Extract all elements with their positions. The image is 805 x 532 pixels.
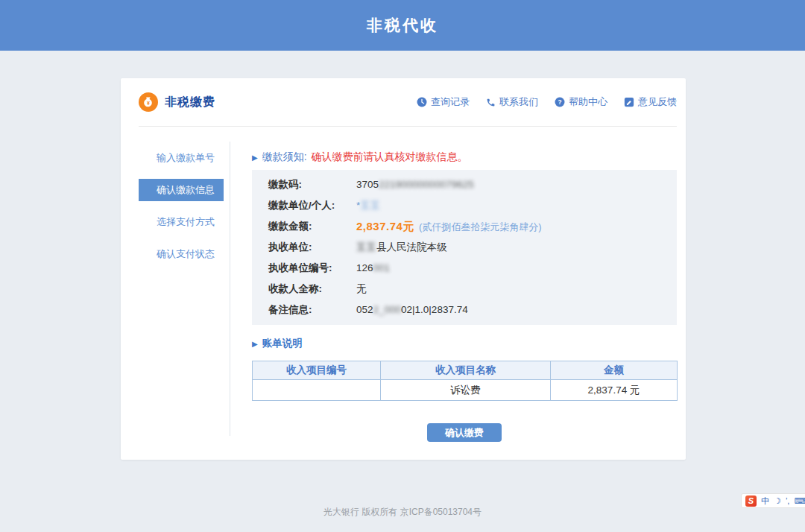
masked-value: 某某 (356, 241, 376, 253)
triangle-icon: ▶ (252, 340, 258, 348)
amount-value: 2,837.74元 (356, 220, 414, 232)
cell-income-item-name: 诉讼费 (381, 380, 551, 401)
chinese-mode-icon[interactable]: 中 (761, 495, 769, 507)
step-confirm-payment-info[interactable]: 确认缴款信息 (139, 179, 224, 201)
cell-income-item-code (253, 380, 381, 401)
page-title: 非税代收 (367, 15, 438, 36)
header-nav: 查询记录 联系我们 ? 帮助中心 (417, 95, 677, 109)
feedback-link[interactable]: 意见反馈 (624, 95, 677, 109)
steps-sidebar: 输入缴款单号 确认缴款信息 选择支付方式 确认支付状态 (139, 147, 224, 275)
field-payee-full-name: 收款人全称: 无 (252, 279, 677, 300)
feedback-icon (624, 97, 634, 107)
masked-value: 001 (373, 262, 391, 273)
col-income-item-code: 收入项目编号 (253, 361, 381, 380)
field-remarks: 备注信息: 0522_00002|1.0|2837.74 (252, 300, 677, 320)
table-row: 诉讼费 2,837.74 元 (253, 380, 678, 401)
keyboard-icon[interactable]: ⌨ (794, 495, 805, 507)
step-confirm-payment-status[interactable]: 确认支付状态 (139, 243, 224, 265)
step-choose-payment-method[interactable]: 选择支付方式 (139, 211, 224, 233)
svg-text:¥: ¥ (147, 101, 150, 106)
payment-notice: ▶ 缴款须知: 确认缴费前请认真核对缴款信息。 (252, 151, 677, 164)
footer-copyright: 光大银行 版权所有 京ICP备05013704号 (0, 506, 805, 519)
top-banner: 非税代收 (0, 0, 805, 51)
svg-text:?: ? (558, 98, 561, 106)
notice-label: 缴款须知: (262, 151, 307, 164)
query-records-link[interactable]: 查询记录 (417, 95, 470, 109)
payment-info-panel: 缴款码: 370522190000000079625 缴款单位/个人: *某某 … (252, 170, 677, 325)
main-content: ▶ 缴款须知: 确认缴费前请认真核对缴款信息。 缴款码: 37052219000… (252, 142, 677, 442)
triangle-icon: ▶ (252, 153, 258, 162)
field-collecting-unit: 执收单位: 某某县人民法院本级 (252, 237, 677, 258)
cell-amount: 2,837.74 元 (551, 380, 678, 401)
col-amount: 金额 (551, 361, 678, 380)
sidebar-divider (230, 142, 230, 436)
field-payment-amount: 缴款金额: 2,837.74元(贰仟捌佰叁拾柒元柒角肆分) (252, 216, 677, 237)
contact-us-link[interactable]: 联系我们 (486, 95, 538, 109)
card-title: 非税缴费 (165, 95, 215, 110)
ime-toolbar: S 中 ☽ ’, ⌨ ✦ (741, 493, 805, 508)
punctuation-icon[interactable]: ’, (786, 495, 790, 507)
field-collecting-unit-code: 执收单位编号: 126001 (252, 258, 677, 279)
brand: ¥ 非税缴费 (139, 92, 215, 112)
payment-card: ¥ 非税缴费 查询记录 (121, 78, 686, 460)
clock-icon (417, 97, 427, 107)
sogou-logo-icon[interactable]: S (745, 495, 757, 507)
help-center-link[interactable]: ? 帮助中心 (555, 95, 607, 109)
field-payment-code: 缴款码: 370522190000000079625 (252, 174, 677, 195)
field-payer-name: 缴款单位/个人: *某某 (252, 195, 677, 216)
bill-description-title: ▶ 账单说明 (252, 337, 677, 350)
masked-value: 22190000000079625 (379, 179, 474, 190)
money-bag-icon: ¥ (139, 92, 158, 112)
col-income-item-name: 收入项目名称 (381, 361, 551, 380)
card-header: ¥ 非税缴费 查询记录 (139, 78, 677, 127)
notice-message: 确认缴费前请认真核对缴款信息。 (312, 151, 468, 164)
moon-icon[interactable]: ☽ (774, 495, 781, 507)
confirm-payment-button[interactable]: 确认缴费 (427, 423, 502, 442)
masked-value: 某某 (360, 200, 380, 211)
table-header-row: 收入项目编号 收入项目名称 金额 (253, 361, 678, 380)
help-icon: ? (555, 97, 565, 107)
amount-in-words: (贰仟捌佰叁拾柒元柒角肆分) (419, 221, 542, 232)
step-enter-bill-number[interactable]: 输入缴款单号 (139, 147, 224, 169)
bill-items-table: 收入项目编号 收入项目名称 金额 诉讼费 2,837.74 元 (252, 361, 678, 401)
masked-value: 2_000 (373, 304, 402, 315)
phone-icon (486, 98, 496, 107)
